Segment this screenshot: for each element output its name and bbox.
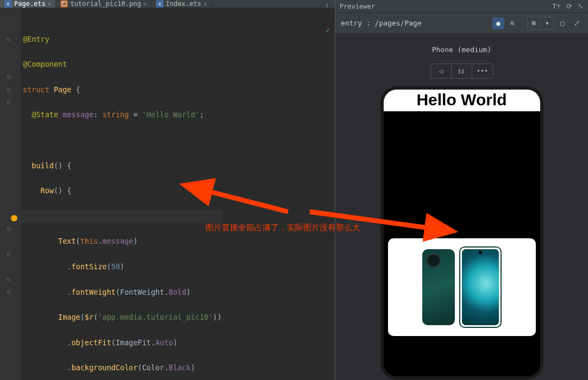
- tab-tutorial-png[interactable]: tutorial_pic10.png ×: [56, 0, 152, 8]
- rotate-icon[interactable]: ⫿⫾: [452, 64, 472, 78]
- tab-label: tutorial_pic10.png: [70, 0, 141, 8]
- device-label: Phone (medium): [432, 46, 492, 54]
- tab-bar: e Page.ets × tutorial_pic10.png × e Inde…: [0, 0, 335, 8]
- phone-back-render: [422, 249, 455, 325]
- image-black-area: [384, 111, 540, 236]
- code-content: @Entry @Component struct Page { @State m…: [21, 8, 222, 380]
- code-editor[interactable]: ✓ ⊟ ⊟⊟⊟ ⊟⊟ ⊟⊟ @Entry @Component struct P…: [0, 8, 335, 380]
- previewer-pane: Previewer Tᴛ ⟳ ⤡ entry : /pages/Page ◉ ≋…: [335, 0, 588, 380]
- layers-icon[interactable]: ≋: [506, 17, 518, 29]
- close-icon[interactable]: ×: [203, 1, 207, 8]
- phone-front-render: [459, 246, 502, 328]
- entry-path: entry : /pages/Page: [341, 19, 422, 27]
- png-file-icon: [60, 0, 68, 8]
- previewer-header: Previewer Tᴛ ⟳ ⤡: [335, 0, 588, 13]
- intention-bulb-icon[interactable]: [11, 215, 17, 221]
- crop-icon[interactable]: ▢: [556, 17, 568, 29]
- svg-point-1: [63, 3, 64, 4]
- previewer-title: Previewer: [340, 3, 375, 10]
- check-icon: ✓: [326, 24, 330, 36]
- svg-rect-0: [62, 2, 66, 6]
- tab-index-ets[interactable]: e Index.ets ×: [152, 0, 212, 8]
- refresh-icon[interactable]: ⟳: [566, 2, 572, 10]
- device-toolbar: ◁ ⫿⫾ •••: [430, 64, 493, 79]
- ets-file-icon: e: [156, 0, 164, 8]
- editor-pane: e Page.ets × tutorial_pic10.png × e Inde…: [0, 0, 335, 380]
- font-size-icon[interactable]: Tᴛ: [552, 2, 561, 10]
- expand-icon[interactable]: ⤢: [571, 17, 583, 29]
- tab-label: Page.ets: [14, 0, 46, 8]
- tab-label: Index.ets: [166, 0, 201, 8]
- collapse-icon[interactable]: ⤡: [578, 2, 584, 10]
- gutter: ⊟ ⊟⊟⊟ ⊟⊟ ⊟⊟: [0, 8, 21, 380]
- grid-icon[interactable]: ⊞: [528, 17, 541, 29]
- phone-preview: Hello World: [380, 86, 543, 379]
- inspect-icon[interactable]: ◉: [492, 17, 504, 29]
- entry-bar: entry : /pages/Page ◉ ≋ ⊞ ▾ ▢ ⤢: [335, 13, 588, 34]
- more-icon[interactable]: •••: [472, 64, 493, 78]
- annotation-text: 图片直接全部占满了，实际图片没有那么大: [205, 223, 360, 233]
- dropdown-icon[interactable]: ▾: [541, 17, 554, 29]
- ets-file-icon: e: [4, 0, 12, 8]
- close-icon[interactable]: ×: [143, 1, 147, 8]
- tab-page-ets[interactable]: e Page.ets ×: [0, 0, 56, 8]
- product-image: [388, 238, 536, 336]
- close-icon[interactable]: ×: [48, 1, 52, 8]
- hello-text: Hello World: [384, 90, 540, 111]
- preview-body: Phone (medium) ◁ ⫿⫾ ••• Hello World: [335, 34, 588, 380]
- back-icon[interactable]: ◁: [431, 64, 452, 78]
